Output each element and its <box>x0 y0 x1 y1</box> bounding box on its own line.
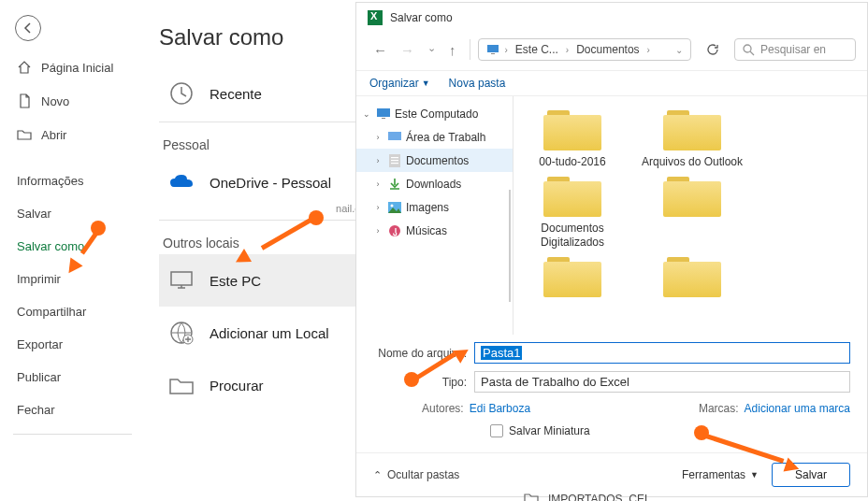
svg-rect-1 <box>171 272 192 285</box>
sidebar-label: Imprimir <box>17 272 61 286</box>
search-icon <box>743 44 755 56</box>
back-button[interactable] <box>15 15 41 41</box>
location-label: Este PC <box>210 273 261 289</box>
organize-button[interactable]: Organizar ▼ <box>369 77 430 90</box>
chevron-down-icon[interactable]: ⌄ <box>427 42 436 58</box>
location-label: OneDrive - Pessoal <box>210 175 376 191</box>
tree-label: Imagens <box>406 201 449 214</box>
chevron-right-icon: › <box>503 45 510 55</box>
folder-item[interactable]: Arquivos do Outlook <box>637 107 747 168</box>
onedrive-account: nail.com <box>159 203 383 214</box>
globe-plus-icon <box>166 318 196 348</box>
authors-value[interactable]: Edi Barboza <box>470 402 530 415</box>
svg-rect-9 <box>388 132 401 140</box>
location-browse[interactable]: Procurar <box>159 359 383 411</box>
save-button[interactable]: Salvar <box>772 463 850 487</box>
chevron-right-icon: › <box>373 226 383 236</box>
tree-node-desktop[interactable]: › Área de Trabalh <box>356 125 513 149</box>
document-icon <box>17 93 32 108</box>
tree-node-music[interactable]: › Músicas <box>356 219 513 242</box>
location-label: Adicionar um Local <box>210 325 329 341</box>
location-recent[interactable]: Recente <box>159 67 383 120</box>
path-segment[interactable]: Documentos <box>574 43 641 56</box>
sidebar-item-save[interactable]: Salvar <box>0 197 145 230</box>
filename-input[interactable]: Pasta1 <box>474 342 850 364</box>
dialog-footer: ⌃ Ocultar pastas Ferramentas ▼ Salvar <box>356 452 867 496</box>
tree-node-pictures[interactable]: › Imagens <box>356 195 513 219</box>
sidebar-label: Novo <box>41 94 69 108</box>
folder-item[interactable]: Documentos Digitalizados <box>517 174 628 249</box>
filename-label: Nome do arquivo: <box>373 347 467 360</box>
folder-grid: 00-tudo-2016 Arquivos do Outlook Documen… <box>514 96 867 335</box>
path-box[interactable]: › Este C... › Documentos › ⌄ <box>478 38 692 61</box>
sidebar-item-open[interactable]: Abrir <box>0 118 145 151</box>
authors-label: Autores: <box>373 402 464 415</box>
home-icon <box>17 60 32 75</box>
sidebar-item-close[interactable]: Fechar <box>0 394 145 426</box>
sidebar-item-saveas[interactable]: Salvar como <box>0 230 145 263</box>
saveas-panel: Salvar como Recente Pessoal OneDrive - P… <box>159 0 383 501</box>
tree-label: Este Computado <box>395 107 478 121</box>
tree-label: Downloads <box>406 178 461 191</box>
folder-item[interactable] <box>637 254 747 315</box>
folder-open-icon <box>17 127 32 142</box>
folder-icon <box>542 107 603 152</box>
dialog-navbar: ← → ⌄ ↑ › Este C... › Documentos › ⌄ Pes… <box>356 33 867 70</box>
svg-rect-4 <box>487 45 499 52</box>
tree-root-thispc[interactable]: ⌄ Este Computado <box>356 102 513 125</box>
section-personal: Pessoal <box>159 130 383 156</box>
sidebar-item-home[interactable]: Página Inicial <box>0 50 145 84</box>
scrollbar[interactable] <box>509 190 511 302</box>
tools-dropdown[interactable]: Ferramentas ▼ <box>682 468 759 481</box>
pictures-icon <box>387 200 401 214</box>
hidefolders-button[interactable]: ⌃ Ocultar pastas <box>373 468 459 481</box>
list-item[interactable]: IMPORTADOS_CEL <box>524 493 651 501</box>
chevron-down-icon: ▼ <box>422 79 430 88</box>
folder-icon <box>542 254 603 299</box>
nav-forward-icon[interactable]: → <box>400 42 414 58</box>
location-addplace[interactable]: Adicionar um Local <box>159 307 383 359</box>
dialog-fields: Nome do arquivo: Pasta1 Tipo: Pasta de T… <box>356 335 867 452</box>
chevron-right-icon: › <box>373 179 383 189</box>
folder-item[interactable] <box>517 254 628 315</box>
nav-back-icon[interactable]: ← <box>373 42 387 58</box>
svg-point-15 <box>390 204 393 207</box>
chevron-right-icon: › <box>645 45 652 55</box>
refresh-button[interactable] <box>699 43 727 56</box>
sidebar-item-new[interactable]: Novo <box>0 84 145 118</box>
sidebar-label: Publicar <box>17 370 61 384</box>
tags-value[interactable]: Adicionar uma marca <box>745 402 850 415</box>
chevron-down-icon: ⌄ <box>362 109 371 119</box>
divider <box>159 122 383 122</box>
sidebar-label: Página Inicial <box>41 61 113 75</box>
sidebar-item-print[interactable]: Imprimir <box>0 263 145 295</box>
path-segment[interactable]: Este C... <box>514 43 560 56</box>
folder-icon <box>661 254 723 299</box>
folder-item[interactable] <box>637 174 747 249</box>
backstage-sidebar: Página Inicial Novo Abrir Informações Sa… <box>0 0 145 501</box>
sidebar-item-publish[interactable]: Publicar <box>0 361 145 394</box>
sidebar-item-share[interactable]: Compartilhar <box>0 295 145 328</box>
tree-node-documents[interactable]: › Documentos <box>356 149 513 172</box>
search-input[interactable]: Pesquisar en <box>734 38 856 61</box>
filetype-select[interactable]: Pasta de Trabalho do Excel <box>474 371 850 393</box>
location-onedrive[interactable]: OneDrive - Pessoal <box>159 156 383 208</box>
svg-rect-7 <box>377 108 390 117</box>
download-icon <box>387 177 401 191</box>
chevron-down-icon: ▼ <box>750 470 759 480</box>
folder-item[interactable]: 00-tudo-2016 <box>517 107 628 168</box>
chevron-down-icon[interactable]: ⌄ <box>675 45 683 55</box>
save-dialog: Salvar como ← → ⌄ ↑ › Este C... › Docume… <box>355 2 868 497</box>
newfolder-button[interactable]: Nova pasta <box>449 77 506 90</box>
location-thispc[interactable]: Este PC <box>159 254 383 307</box>
tree-node-downloads[interactable]: › Downloads <box>356 172 513 195</box>
sidebar-item-info[interactable]: Informações <box>0 165 145 197</box>
divider <box>13 434 132 435</box>
thumbnail-checkbox[interactable] <box>490 424 503 437</box>
sidebar-label: Abrir <box>41 128 66 142</box>
folder-icon <box>661 174 723 219</box>
divider <box>470 39 470 60</box>
chevron-right-icon: › <box>373 203 383 212</box>
sidebar-item-export[interactable]: Exportar <box>0 328 145 361</box>
nav-up-icon[interactable]: ↑ <box>449 42 456 58</box>
